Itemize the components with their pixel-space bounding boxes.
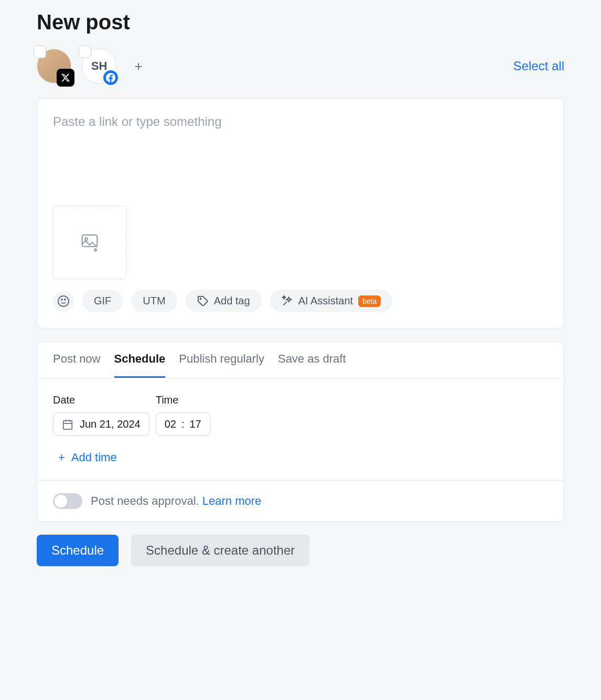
ai-assistant-label: AI Assistant	[298, 295, 353, 307]
svg-point-2	[58, 296, 69, 306]
publish-tabs: Post now Schedule Publish regularly Save…	[37, 342, 564, 378]
date-label: Date	[53, 394, 149, 406]
account-item-facebook[interactable]: SH	[82, 49, 116, 83]
composer-card: GIF UTM Add tag AI Assistant beta	[37, 98, 564, 328]
gif-button[interactable]: GIF	[82, 290, 123, 312]
account-checkbox[interactable]	[79, 46, 91, 58]
add-media-dropzone[interactable]	[53, 206, 126, 279]
time-separator: :	[181, 418, 185, 430]
magic-wand-icon	[282, 295, 293, 307]
plus-icon: +	[58, 451, 65, 464]
account-selector-row: SH + Select all	[37, 49, 564, 83]
beta-badge: beta	[358, 295, 381, 307]
calendar-icon	[62, 419, 73, 430]
composer-toolbar: GIF UTM Add tag AI Assistant beta	[53, 290, 548, 312]
date-value: Jun 21, 2024	[80, 418, 141, 430]
time-label: Time	[156, 394, 210, 406]
select-all-link[interactable]: Select all	[513, 59, 564, 73]
tab-schedule[interactable]: Schedule	[114, 342, 166, 378]
emoji-icon	[57, 295, 70, 307]
schedule-button[interactable]: Schedule	[37, 535, 119, 566]
account-checkbox[interactable]	[34, 46, 46, 58]
add-time-label: Add time	[71, 451, 117, 464]
ai-assistant-button[interactable]: AI Assistant beta	[270, 290, 393, 312]
image-add-icon	[80, 232, 100, 252]
schedule-create-another-button[interactable]: Schedule & create another	[131, 535, 309, 566]
add-account-button[interactable]: +	[131, 59, 146, 73]
approval-toggle[interactable]	[53, 493, 82, 509]
schedule-card: Post now Schedule Publish regularly Save…	[37, 341, 564, 522]
page-title: New post	[37, 10, 564, 34]
utm-button[interactable]: UTM	[131, 290, 177, 312]
approval-text: Post needs approval. Learn more	[91, 494, 261, 508]
svg-point-3	[61, 299, 62, 300]
date-input[interactable]: Jun 21, 2024	[53, 412, 149, 436]
tab-publish-regularly[interactable]: Publish regularly	[179, 342, 264, 378]
account-list: SH +	[37, 49, 146, 83]
svg-point-4	[65, 299, 66, 300]
tab-save-as-draft[interactable]: Save as draft	[278, 342, 346, 378]
action-buttons: Schedule Schedule & create another	[37, 535, 564, 566]
account-item-x[interactable]	[37, 49, 71, 83]
time-minute: 17	[189, 418, 201, 430]
svg-point-5	[200, 298, 201, 299]
time-hour: 02	[165, 418, 176, 430]
x-icon	[57, 69, 74, 87]
add-time-button[interactable]: + Add time	[53, 451, 548, 464]
facebook-icon	[102, 69, 120, 87]
tag-icon	[197, 295, 209, 307]
learn-more-link[interactable]: Learn more	[202, 494, 262, 507]
tab-post-now[interactable]: Post now	[53, 342, 101, 378]
svg-rect-6	[63, 420, 72, 429]
post-content-input[interactable]	[53, 114, 548, 198]
emoji-button[interactable]	[53, 291, 74, 312]
add-tag-label: Add tag	[214, 295, 250, 307]
time-input[interactable]: 02 : 17	[156, 412, 210, 436]
add-tag-button[interactable]: Add tag	[186, 290, 262, 312]
